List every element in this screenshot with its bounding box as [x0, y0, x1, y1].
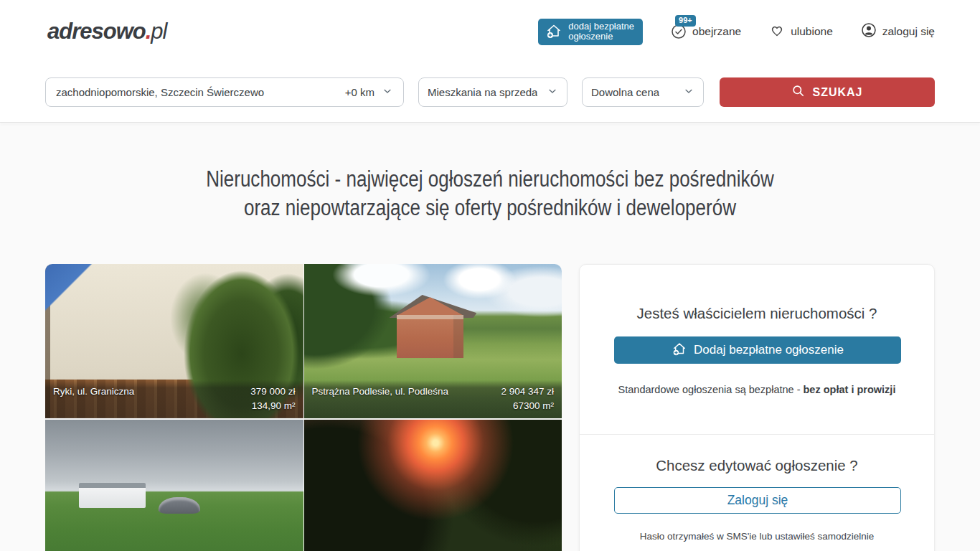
add-listing-button[interactable]: dodaj bezpłatne ogłoszenie: [538, 19, 643, 45]
radius-value[interactable]: +0 km: [345, 86, 374, 98]
login-label: zaloguj się: [882, 25, 935, 38]
login-button-label: Zaloguj się: [727, 493, 788, 508]
edit-note: Hasło otrzymałeś w SMS'ie lub ustawiłeś …: [580, 531, 934, 542]
owner-heading: Jesteś właścicielem nieruchomości ?: [580, 265, 934, 322]
listing-meta: 379 000 zł 134,90 m²: [250, 385, 295, 413]
listings-grid: Ryki, ul. Graniczna 379 000 zł 134,90 m²…: [45, 264, 562, 551]
listing-overlay: Ryki, ul. Graniczna 379 000 zł 134,90 m²: [45, 380, 303, 418]
owner-note: Standardowe ogłoszenia są bezpłatne - be…: [580, 384, 934, 395]
listing-overlay: Pstrążna Podlesie, ul. Podleśna 2 904 34…: [304, 380, 562, 418]
search-icon: [791, 84, 806, 101]
listing-meta: 2 904 347 zł 67300 m²: [501, 385, 554, 413]
listing-card[interactable]: Warszawa Białołęka, ul. 735 000 zł: [304, 420, 562, 551]
location-input[interactable]: zachodniopomorskie, Szczecin Świerczewo …: [45, 77, 404, 107]
viewed-link[interactable]: 99+ obejrzane: [670, 23, 741, 40]
page-title: Nieruchomości - najwięcej ogłoszeń nieru…: [78, 165, 901, 222]
favorites-label: ulubione: [791, 25, 833, 38]
property-type-select[interactable]: Mieszkania na sprzeda: [418, 77, 567, 107]
chevron-down-icon: [547, 85, 558, 99]
main-content: Nieruchomości - najwięcej ogłoszeń nieru…: [0, 123, 980, 551]
add-free-listing-button[interactable]: Dodaj bezpłatne ogłoszenie: [614, 336, 901, 364]
property-type-value: Mieszkania na sprzeda: [428, 86, 537, 98]
listing-card[interactable]: Kliniska Wielkie, Pogodna 369 000 zł: [45, 420, 303, 551]
logo-name: adresowo: [47, 19, 146, 44]
add-listing-label: dodaj bezpłatne ogłoszenie: [568, 22, 634, 42]
listing-price: 379 000 zł: [250, 385, 295, 399]
listing-photo: [304, 420, 562, 551]
listing-address: Ryki, ul. Graniczna: [53, 385, 250, 399]
search-button[interactable]: SZUKAJ: [720, 77, 935, 107]
user-circle-icon: [860, 22, 877, 42]
search-bar: zachodniopomorskie, Szczecin Świerczewo …: [45, 77, 935, 107]
heart-icon: [768, 22, 786, 42]
page: adresowo.pl dodaj bezpłatne ogłoszenie: [0, 0, 980, 551]
price-select[interactable]: Dowolna cena: [582, 77, 704, 107]
logo-tld: pl: [151, 19, 166, 44]
header-actions: dodaj bezpłatne ogłoszenie 99+ obejrzane: [538, 0, 935, 63]
listing-area: 67300 m²: [501, 399, 554, 413]
logo[interactable]: adresowo.pl: [47, 19, 166, 44]
listing-photo: [45, 420, 303, 551]
login-button[interactable]: Zaloguj się: [614, 487, 901, 514]
search-button-label: SZUKAJ: [812, 86, 862, 99]
chevron-down-icon: [382, 85, 393, 99]
listing-address: Pstrążna Podlesie, ul. Podleśna: [312, 385, 501, 399]
viewed-count-badge: 99+: [675, 15, 696, 27]
price-value: Dowolna cena: [591, 86, 659, 98]
header: adresowo.pl dodaj bezpłatne ogłoszenie: [0, 0, 980, 123]
listing-card[interactable]: Ryki, ul. Graniczna 379 000 zł 134,90 m²: [45, 264, 303, 418]
check-circle-icon: 99+: [670, 23, 687, 40]
listing-card[interactable]: Pstrążna Podlesie, ul. Podleśna 2 904 34…: [304, 264, 562, 418]
login-link[interactable]: zaloguj się: [860, 22, 935, 42]
house-plus-icon: [672, 341, 687, 360]
location-value: zachodniopomorskie, Szczecin Świerczewo: [56, 86, 345, 98]
listing-price: 2 904 347 zł: [501, 385, 554, 399]
chevron-down-icon: [683, 85, 694, 99]
house-plus-icon: [545, 22, 562, 42]
viewed-label: obejrzane: [692, 25, 741, 38]
edit-heading: Chcesz edytować ogłoszenie ?: [580, 435, 934, 474]
favorites-link[interactable]: ulubione: [768, 22, 833, 42]
add-free-listing-label: Dodaj bezpłatne ogłoszenie: [694, 343, 844, 357]
sidebar-panel: Jesteś właścicielem nieruchomości ? Doda…: [579, 264, 935, 551]
listing-area: 134,90 m²: [250, 399, 295, 413]
